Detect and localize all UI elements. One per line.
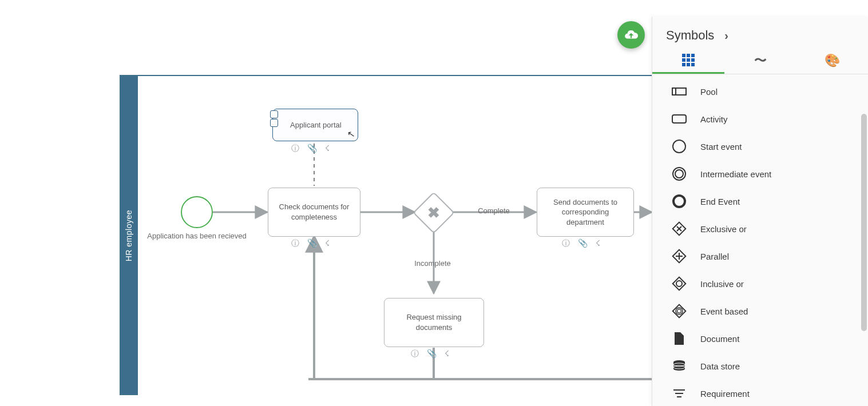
- symbol-label: Inclusive or: [700, 279, 744, 289]
- symbol-label: Activity: [700, 114, 728, 124]
- tab-symbols[interactable]: [652, 47, 724, 74]
- attachment-icon[interactable]: 📎: [307, 238, 317, 249]
- panel-title: Symbols: [666, 28, 714, 43]
- symbol-label: Exclusive or: [700, 224, 747, 234]
- info-icon[interactable]: ⓘ: [562, 238, 570, 249]
- node-attributes[interactable]: ⓘ 📎 ☇: [291, 238, 330, 249]
- symbol-label: Requirement: [700, 389, 750, 399]
- collapse-button[interactable]: ›: [724, 29, 728, 42]
- attachment-icon[interactable]: 📎: [307, 144, 317, 154]
- symbol-inclusive-or[interactable]: Inclusive or: [652, 270, 868, 297]
- symbol-document[interactable]: Document: [652, 325, 868, 352]
- x-icon: ✖: [427, 204, 440, 222]
- diagram-canvas[interactable]: HR employee Application has been recieve…: [120, 75, 652, 395]
- symbol-label: End Event: [700, 197, 740, 206]
- start-event-node[interactable]: [181, 196, 213, 228]
- attachment-icon[interactable]: 📎: [427, 349, 437, 359]
- node-attributes[interactable]: ⓘ 📎 ☇: [291, 144, 330, 154]
- resize-handle-icon[interactable]: [270, 110, 278, 118]
- symbols-panel: Symbols › 〜 🎨 Pool Activity Start event …: [652, 17, 868, 406]
- event-based-icon: [672, 304, 687, 319]
- symbol-label: Document: [700, 334, 739, 344]
- tab-style[interactable]: 🎨: [796, 47, 868, 74]
- symbol-label: Data store: [700, 361, 740, 371]
- symbol-end-event[interactable]: End Event: [652, 188, 868, 215]
- symbol-label: Start event: [700, 142, 742, 152]
- start-event-icon: [672, 139, 687, 154]
- symbol-list[interactable]: Pool Activity Start event Intermediate e…: [652, 74, 868, 406]
- activity-applicant-portal[interactable]: Applicant portal: [272, 109, 358, 141]
- svg-rect-18: [673, 305, 686, 318]
- data-store-icon: [672, 359, 687, 373]
- svg-point-12: [675, 170, 683, 178]
- symbol-exclusive-or[interactable]: Exclusive or: [652, 215, 868, 242]
- info-icon[interactable]: ⓘ: [291, 144, 299, 154]
- intermediate-event-icon: [672, 166, 687, 181]
- requirement-icon: [672, 386, 687, 401]
- node-attributes[interactable]: ⓘ 📎 ☇: [411, 349, 449, 359]
- activity-label: Applicant portal: [290, 120, 342, 130]
- panel-tabs: 〜 🎨: [652, 47, 868, 74]
- symbol-label: Parallel: [700, 252, 729, 261]
- activity-send-documents[interactable]: Send documents to corresponding departme…: [537, 188, 634, 237]
- publish-button[interactable]: [617, 21, 645, 49]
- symbol-data-store[interactable]: Data store: [652, 352, 868, 380]
- symbol-start-event[interactable]: Start event: [652, 133, 868, 160]
- activity-label: Check documents for completeness: [274, 202, 354, 222]
- symbol-label: Intermediate event: [700, 169, 771, 179]
- info-icon[interactable]: ⓘ: [291, 238, 299, 249]
- symbol-requirement[interactable]: Requirement: [652, 380, 868, 406]
- symbol-parallel[interactable]: Parallel: [652, 242, 868, 270]
- tab-freehand[interactable]: 〜: [724, 47, 796, 74]
- node-attributes[interactable]: ⓘ 📎 ☇: [562, 238, 600, 249]
- activity-request-documents[interactable]: Request missing documents: [384, 298, 484, 347]
- edge-label-complete: Complete: [471, 206, 517, 215]
- start-event-label: Application has been recieved: [142, 232, 251, 240]
- activity-icon: [672, 112, 687, 126]
- org-icon[interactable]: ☇: [445, 349, 449, 359]
- grid-icon: [682, 54, 695, 66]
- org-icon[interactable]: ☇: [596, 238, 600, 249]
- end-event-icon: [672, 194, 687, 209]
- inclusive-or-icon: [672, 276, 687, 291]
- svg-point-17: [676, 281, 682, 286]
- symbol-activity[interactable]: Activity: [652, 105, 868, 133]
- org-icon[interactable]: ☇: [325, 238, 330, 249]
- org-icon[interactable]: ☇: [325, 144, 330, 154]
- symbol-intermediate-event[interactable]: Intermediate event: [652, 160, 868, 188]
- palette-icon: 🎨: [825, 53, 840, 68]
- svg-point-20: [677, 309, 681, 313]
- svg-point-13: [673, 196, 685, 207]
- symbol-pool[interactable]: Pool: [652, 78, 868, 105]
- symbol-label: Pool: [700, 87, 718, 97]
- symbol-label: Event based: [700, 307, 748, 316]
- squiggle-icon: 〜: [754, 52, 767, 69]
- svg-rect-16: [673, 277, 686, 290]
- resize-handle-icon[interactable]: [270, 119, 278, 127]
- symbol-event-based[interactable]: Event based: [652, 297, 868, 325]
- activity-label: Send documents to corresponding departme…: [543, 197, 628, 228]
- activity-check-documents[interactable]: Check documents for completeness: [268, 188, 360, 237]
- exclusive-or-icon: [672, 221, 687, 236]
- parallel-icon: [672, 249, 687, 264]
- panel-scrollbar[interactable]: [861, 114, 867, 331]
- activity-label: Request missing documents: [390, 312, 478, 332]
- pool-icon: [672, 84, 687, 99]
- document-icon: [672, 331, 687, 346]
- cloud-upload-icon: [624, 27, 639, 42]
- info-icon[interactable]: ⓘ: [411, 349, 419, 359]
- attachment-icon[interactable]: 📎: [578, 238, 588, 249]
- svg-rect-7: [672, 88, 686, 95]
- svg-point-10: [673, 140, 685, 153]
- edge-label-incomplete: Incomplete: [407, 259, 458, 268]
- svg-rect-9: [672, 115, 686, 123]
